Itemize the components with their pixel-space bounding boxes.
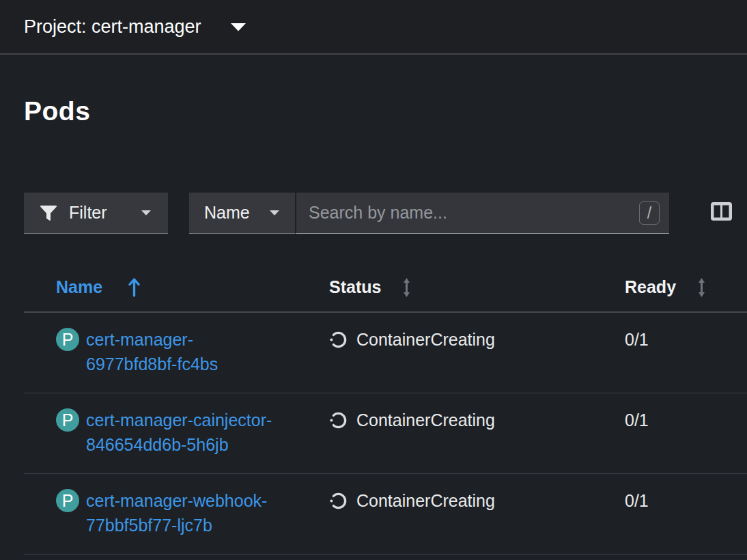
columns-icon xyxy=(711,202,732,223)
pod-link[interactable]: cert-manager-webhook- 77bbf5bf77-ljc7b xyxy=(86,488,267,537)
slash-shortcut-keycap: / xyxy=(639,201,660,225)
chevron-down-icon xyxy=(230,23,246,31)
pod-status: ContainerCreating xyxy=(329,488,495,513)
search-input[interactable] xyxy=(296,193,669,233)
manage-columns-button[interactable] xyxy=(711,202,732,223)
chevron-down-icon xyxy=(269,210,280,216)
filter-dropdown-label: Filter xyxy=(69,203,107,223)
column-header-name-label: Name xyxy=(56,277,102,297)
in-progress-spinner-icon xyxy=(329,411,348,430)
pod-resource-badge: P xyxy=(56,328,79,351)
table-row: P cert-manager-webhook- 77bbf5bf77-ljc7b… xyxy=(24,474,747,555)
column-header-status: Status xyxy=(329,263,625,312)
toolbar: Filter Name / xyxy=(24,193,747,234)
pod-status: ContainerCreating xyxy=(329,327,495,352)
search-filter-group: Name / xyxy=(189,193,669,234)
pod-resource-badge: P xyxy=(56,489,79,512)
filter-funnel-icon xyxy=(40,206,57,221)
table-row: P cert-manager- 6977bfd8bf-fc4bs Contain… xyxy=(24,312,747,393)
chevron-down-icon xyxy=(141,210,152,216)
pods-table: Name Status Re xyxy=(24,263,747,555)
column-header-name: Name xyxy=(24,263,329,312)
pod-status-label: ContainerCreating xyxy=(356,408,495,432)
sort-by-status-button[interactable]: Status xyxy=(329,277,412,298)
sort-by-ready-button[interactable]: Ready xyxy=(625,277,707,298)
name-filter-dropdown-label: Name xyxy=(204,203,250,223)
name-filter-dropdown[interactable]: Name xyxy=(189,193,295,234)
project-selector-label: Project: cert-manager xyxy=(24,16,201,38)
sort-both-icon xyxy=(401,277,412,298)
pod-ready-count: 0/1 xyxy=(625,491,649,510)
filter-dropdown[interactable]: Filter xyxy=(24,193,168,234)
sort-by-name-button[interactable]: Name xyxy=(56,277,140,297)
table-header-row: Name Status Re xyxy=(24,263,747,312)
column-header-ready: Ready xyxy=(625,263,747,312)
in-progress-spinner-icon xyxy=(329,492,348,510)
search-field: / xyxy=(295,193,669,234)
pod-status-label: ContainerCreating xyxy=(356,327,495,352)
pod-resource-badge: P xyxy=(56,408,79,432)
pod-status-label: ContainerCreating xyxy=(356,488,495,513)
in-progress-spinner-icon xyxy=(329,331,348,349)
pod-status: ContainerCreating xyxy=(329,408,495,432)
column-header-status-label: Status xyxy=(329,277,381,297)
pod-ready-count: 0/1 xyxy=(625,330,649,349)
sort-ascending-icon xyxy=(128,277,140,297)
pod-name-cell: P cert-manager- 6977bfd8bf-fc4bs xyxy=(56,327,329,376)
pod-ready-count: 0/1 xyxy=(625,410,649,430)
masthead: Project: cert-manager xyxy=(0,0,747,55)
column-header-ready-label: Ready xyxy=(625,277,676,297)
pod-name-cell: P cert-manager-cainjector- 846654dd6b-5h… xyxy=(56,408,329,457)
pod-name-cell: P cert-manager-webhook- 77bbf5bf77-ljc7b xyxy=(56,488,329,537)
page-title: Pods xyxy=(24,96,747,127)
sort-both-icon xyxy=(696,277,707,298)
pod-link[interactable]: cert-manager- 6977bfd8bf-fc4bs xyxy=(86,327,218,376)
table-row: P cert-manager-cainjector- 846654dd6b-5h… xyxy=(24,393,747,474)
project-selector-dropdown[interactable]: Project: cert-manager xyxy=(24,16,246,38)
pods-page: Pods Filter Name / xyxy=(0,96,747,555)
pod-link[interactable]: cert-manager-cainjector- 846654dd6b-5h6j… xyxy=(86,408,272,457)
